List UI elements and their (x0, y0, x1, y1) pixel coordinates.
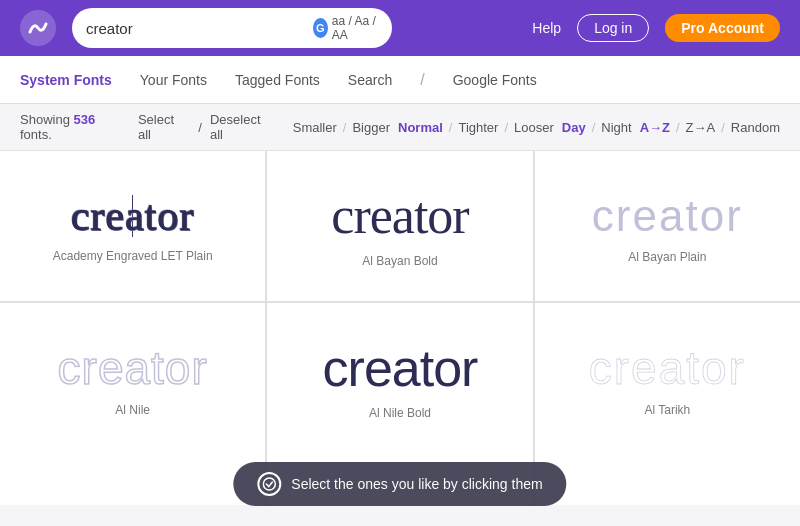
font-name-al-nile: Al Nile (115, 403, 150, 417)
google-badge: G aa / Aa / AA (313, 14, 378, 42)
font-card-al-bayan-bold[interactable]: creator Al Bayan Bold (267, 151, 532, 301)
font-name-academy: Academy Engraved LET Plain (53, 249, 213, 263)
sort-za[interactable]: Z→A (686, 120, 716, 135)
font-preview-academy: creator (71, 195, 195, 237)
spacing-normal[interactable]: Normal (398, 120, 443, 135)
font-preview-al-tarikh: creator (589, 345, 746, 391)
sort-random[interactable]: Random (731, 120, 780, 135)
google-g-icon: G (313, 18, 328, 38)
logo-icon (20, 10, 56, 46)
font-preview-al-bayan-plain: creator (592, 194, 743, 238)
nav-tagged-fonts[interactable]: Tagged Fonts (235, 70, 320, 90)
sort-group: A→Z / Z→A / Random (640, 120, 780, 135)
header-right: Help Log in Pro Account (532, 14, 780, 42)
toolbar-deselect-all[interactable]: Deselect all (210, 112, 277, 142)
header: G aa / Aa / AA Help Log in Pro Account (0, 0, 800, 56)
font-preview-al-nile: creator (58, 345, 208, 391)
toast-text: Select the ones you like by clicking the… (291, 476, 542, 492)
nav-search[interactable]: Search (348, 70, 392, 90)
font-grid-wrapper: creator Academy Engraved LET Plain creat… (0, 151, 800, 505)
nav-your-fonts[interactable]: Your Fonts (140, 70, 207, 90)
size-bigger[interactable]: Bigger (352, 120, 390, 135)
pro-account-button[interactable]: Pro Account (665, 14, 780, 42)
toolbar-select-all[interactable]: Select all (138, 112, 190, 142)
font-card-partial-1 (0, 453, 265, 505)
font-name-al-nile-bold: Al Nile Bold (369, 406, 431, 420)
showing-count-text: Showing 536 fonts. (20, 112, 130, 142)
spacing-tighter[interactable]: Tighter (458, 120, 498, 135)
size-group: Smaller / Bigger (293, 120, 390, 135)
theme-group: Day / Night (562, 120, 632, 135)
help-link[interactable]: Help (532, 20, 561, 36)
theme-night[interactable]: Night (601, 120, 631, 135)
font-card-al-nile-bold[interactable]: creator Al Nile Bold (267, 303, 532, 453)
font-card-al-nile[interactable]: creator Al Nile (0, 303, 265, 453)
font-card-academy-engraved[interactable]: creator Academy Engraved LET Plain (0, 151, 265, 301)
nav-google-fonts[interactable]: Google Fonts (453, 70, 537, 90)
font-name-al-bayan-bold: Al Bayan Bold (362, 254, 437, 268)
size-smaller[interactable]: Smaller (293, 120, 337, 135)
font-card-partial-3 (535, 453, 800, 505)
svg-point-1 (263, 478, 275, 490)
sort-az[interactable]: A→Z (640, 120, 670, 135)
font-count: 536 (73, 112, 95, 127)
nav-separator: / (420, 71, 424, 89)
nav-system-fonts[interactable]: System Fonts (20, 70, 112, 90)
spacing-looser[interactable]: Looser (514, 120, 554, 135)
font-name-al-bayan-plain: Al Bayan Plain (628, 250, 706, 264)
font-card-al-tarikh[interactable]: creator Al Tarikh (535, 303, 800, 453)
font-name-al-tarikh: Al Tarikh (644, 403, 690, 417)
login-button[interactable]: Log in (577, 14, 649, 42)
font-preview-al-nile-bold: creator (323, 342, 478, 394)
toolbar: Showing 536 fonts. Select all / Deselect… (0, 104, 800, 151)
font-card-al-bayan-plain[interactable]: creator Al Bayan Plain (535, 151, 800, 301)
search-input[interactable] (86, 20, 305, 37)
search-bar[interactable]: G aa / Aa / AA (72, 8, 392, 48)
theme-day[interactable]: Day (562, 120, 586, 135)
toolbar-slash: / (198, 120, 202, 135)
toast-notification: Select the ones you like by clicking the… (233, 462, 566, 505)
font-preview-al-bayan-bold: creator (331, 190, 468, 242)
font-grid: creator Academy Engraved LET Plain creat… (0, 151, 800, 453)
nav-bar: System Fonts Your Fonts Tagged Fonts Sea… (0, 56, 800, 104)
toast-icon (257, 472, 281, 496)
google-sizes-label: aa / Aa / AA (332, 14, 378, 42)
spacing-group: Normal / Tighter / Looser (398, 120, 554, 135)
